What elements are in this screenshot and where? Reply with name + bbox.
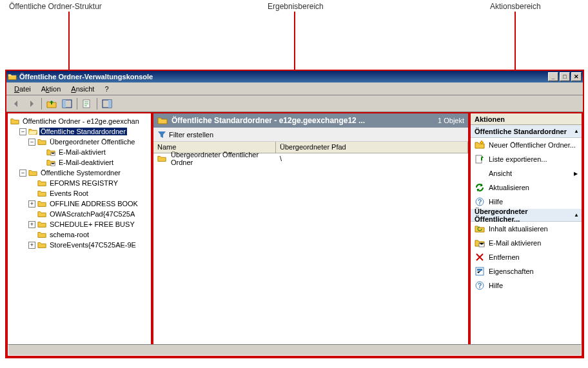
anno-label-center: Ergebnisbereich: [268, 2, 324, 11]
folder-icon: [37, 137, 46, 146]
folder-icon: [37, 240, 46, 249]
anno-label-left: Öffentliche Ordner-Struktur: [9, 2, 102, 11]
folder-icon: [10, 117, 19, 126]
results-header-text: Öffentliche Standardordner - e12ge.geexc…: [172, 116, 438, 125]
statusbar: [8, 344, 582, 356]
folder-icon: [8, 72, 17, 81]
collapse-icon[interactable]: −: [28, 139, 35, 146]
filter-bar[interactable]: Filter erstellen: [153, 128, 468, 142]
folder-new-icon: [475, 140, 485, 150]
collapse-icon[interactable]: ▲: [574, 128, 579, 134]
folder-icon: [28, 168, 37, 177]
menu-view[interactable]: Ansicht: [66, 84, 99, 94]
results-header: Öffentliche Standardordner - e12ge.geexc…: [153, 113, 468, 128]
folder-icon: [37, 179, 46, 188]
tree-item-eforms[interactable]: EFORMS REGISTRY: [10, 178, 151, 188]
action-remove[interactable]: Entfernen: [471, 250, 582, 264]
folder-icon: [157, 154, 166, 163]
separator-icon: [97, 98, 97, 110]
remove-icon: [475, 252, 485, 262]
action-mail-enable[interactable]: E-Mail aktivieren: [471, 236, 582, 250]
actions-title: Aktionen: [471, 113, 582, 125]
collapse-icon[interactable]: −: [19, 128, 26, 135]
annotations-overlay: Öffentliche Ordner-Struktur Ergebnisbere…: [0, 0, 588, 70]
tree-item-owa[interactable]: OWAScratchPad{47C525A: [10, 209, 151, 219]
update-content-icon: [475, 224, 485, 234]
collapse-icon[interactable]: −: [19, 169, 26, 177]
action-properties[interactable]: Eigenschaften: [471, 264, 582, 278]
expand-icon[interactable]: +: [28, 242, 35, 249]
toolbar: [6, 95, 583, 112]
properties-icon: [475, 266, 485, 276]
tree-item-events[interactable]: Events Root: [10, 188, 151, 199]
folder-icon: [37, 189, 46, 198]
forward-button[interactable]: [24, 97, 39, 111]
action-refresh[interactable]: Aktualisieren: [471, 180, 582, 195]
column-path[interactable]: Übergeordneter Pfad: [276, 142, 468, 153]
action-export[interactable]: Liste exportieren...: [471, 152, 582, 166]
tree-item-sys[interactable]: − Öffentliche Systemordner: [10, 168, 151, 178]
collapse-icon[interactable]: ▲: [574, 212, 579, 218]
tree-item-mail-off[interactable]: E-Mail-deaktiviert: [10, 157, 151, 168]
up-folder-button[interactable]: [44, 97, 59, 111]
results-panel: Öffentliche Standardordner - e12ge.geexc…: [152, 112, 469, 357]
titlebar[interactable]: Öffentliche Ordner-Verwaltungskonsole _ …: [6, 71, 583, 82]
minimize-button[interactable]: _: [548, 72, 558, 81]
tree-panel: Öffentliche Ordner - e12ge.geexchan − Öf…: [6, 112, 152, 357]
export-icon: [475, 154, 485, 164]
properties-button[interactable]: [80, 97, 94, 111]
action-help2[interactable]: ? Hilfe: [471, 278, 582, 293]
tree-item-parent[interactable]: − Übergeordneter Öffentliche: [10, 137, 151, 147]
tree-item-mail-on[interactable]: E-Mail-aktiviert: [10, 147, 151, 157]
action-update-content[interactable]: Inhalt aktualisieren: [471, 222, 582, 236]
tree-item-sched[interactable]: + SCHEDULE+ FREE BUSY: [10, 219, 151, 229]
folder-icon: [37, 199, 46, 208]
action-view[interactable]: Ansicht ▶: [471, 166, 582, 180]
actions-section-std[interactable]: Öffentliche Standardordner ▲: [471, 125, 582, 138]
tree-item-std[interactable]: − Öffentliche Standardordner: [10, 126, 151, 137]
expand-icon[interactable]: +: [28, 200, 35, 208]
main-window: Öffentliche Ordner-Verwaltungskonsole _ …: [5, 70, 584, 358]
svg-rect-4: [108, 100, 112, 108]
folder-icon: [157, 115, 168, 126]
folder-mail-icon: [46, 148, 55, 157]
tree-item-oab[interactable]: + OFFLINE ADDRESS BOOK: [10, 199, 151, 209]
action-new-folder[interactable]: Neuer Öffentlicher Ordner...: [471, 138, 582, 152]
table-row[interactable]: Übergeordneter Öffentlicher Ordner \: [153, 153, 468, 164]
svg-rect-1: [63, 100, 66, 108]
mail-enable-icon: [475, 238, 485, 248]
window-title: Öffentliche Ordner-Verwaltungskonsole: [19, 73, 547, 81]
separator-icon: [77, 98, 77, 110]
close-button[interactable]: ✕: [571, 72, 582, 81]
svg-text:?: ?: [478, 282, 482, 289]
menu-action[interactable]: Aktion: [36, 84, 66, 94]
menu-file[interactable]: Datei: [9, 84, 36, 94]
help-icon: ?: [475, 280, 485, 291]
submenu-icon: ▶: [574, 171, 578, 177]
folder-icon: [37, 230, 46, 239]
help-icon: ?: [475, 197, 485, 207]
folder-tree[interactable]: Öffentliche Ordner - e12ge.geexchan − Öf…: [8, 113, 151, 253]
folder-open-icon: [28, 127, 37, 136]
menubar: Datei Aktion Ansicht ?: [6, 82, 583, 95]
svg-rect-7: [476, 155, 482, 163]
actions-panel: Aktionen Öffentliche Standardordner ▲ Ne…: [469, 112, 583, 357]
folder-icon: [37, 220, 46, 229]
show-hide-tree-button[interactable]: [60, 97, 74, 111]
filter-label: Filter erstellen: [169, 131, 213, 139]
actions-section-parent[interactable]: Übergeordneter Öffentlicher... ▲: [471, 209, 582, 222]
results-count: 1 Objekt: [438, 117, 464, 124]
anno-label-right: Aktionsbereich: [490, 2, 541, 11]
refresh-icon: [475, 182, 485, 193]
tree-item-store[interactable]: + StoreEvents{47C525AE-9E: [10, 240, 151, 250]
tree-item-root[interactable]: Öffentliche Ordner - e12ge.geexchan: [10, 116, 151, 126]
client-area: Öffentliche Ordner - e12ge.geexchan − Öf…: [6, 112, 583, 357]
maximize-button[interactable]: □: [560, 72, 570, 81]
expand-icon[interactable]: +: [28, 221, 35, 228]
cell-name: Übergeordneter Öffentlicher Ordner: [153, 151, 276, 166]
folder-mail-icon: [46, 158, 55, 167]
show-hide-actions-button[interactable]: [100, 97, 114, 111]
tree-item-schema[interactable]: schema-root: [10, 229, 151, 240]
menu-help[interactable]: ?: [99, 84, 113, 94]
back-button[interactable]: [9, 97, 23, 111]
